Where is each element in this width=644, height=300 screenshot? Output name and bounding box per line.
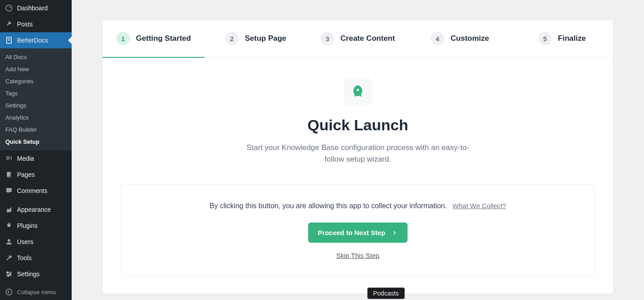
docs-icon xyxy=(4,36,13,45)
wizard-body: Quick Launch Start your Knowledge Base c… xyxy=(103,58,613,294)
collapse-icon xyxy=(4,287,13,296)
sidebar-item-label: Settings xyxy=(17,270,40,278)
submenu-item-all-docs[interactable]: All Docs xyxy=(0,51,72,63)
sidebar-item-label: BetterDocs xyxy=(17,37,48,44)
sidebar-item-dashboard[interactable]: Dashboard xyxy=(0,0,72,16)
step-label: Create Content xyxy=(340,34,395,43)
wizard-step-5[interactable]: 5Finalize xyxy=(511,20,613,58)
submenu-item-faq-builder[interactable]: FAQ Builder xyxy=(0,124,72,136)
step-number: 1 xyxy=(116,32,130,45)
sidebar-item-betterdocs[interactable]: BetterDocs xyxy=(0,32,72,48)
sidebar-item-plugins[interactable]: Plugins xyxy=(0,218,72,234)
svg-point-6 xyxy=(8,239,10,242)
submenu-item-add-new[interactable]: Add New xyxy=(0,63,72,75)
step-label: Customize xyxy=(451,34,489,43)
submenu-item-categories[interactable]: Categories xyxy=(0,75,72,87)
step-number: 4 xyxy=(431,32,444,45)
sidebar-item-appearance[interactable]: Appearance xyxy=(0,201,72,218)
sidebar-item-label: Users xyxy=(17,238,34,245)
sidebar-item-label: Comments xyxy=(17,187,47,194)
wizard-step-2[interactable]: 2Setup Page xyxy=(205,20,307,58)
consent-text: By clicking this button, you are allowin… xyxy=(210,202,447,210)
comments-icon xyxy=(4,186,13,195)
submenu-item-quick-setup[interactable]: Quick Setup xyxy=(0,136,72,148)
svg-point-13 xyxy=(6,289,12,295)
sidebar-item-label: Plugins xyxy=(17,222,38,229)
wizard-card: 1Getting Started2Setup Page3Create Conte… xyxy=(102,20,614,294)
plugins-icon xyxy=(4,221,13,230)
main-content: 1Getting Started2Setup Page3Create Conte… xyxy=(72,0,644,300)
wizard-step-3[interactable]: 3Create Content xyxy=(307,20,409,58)
pages-icon xyxy=(4,170,13,179)
submenu-item-analytics[interactable]: Analytics xyxy=(0,111,72,124)
step-number: 2 xyxy=(225,32,239,45)
wizard-subtitle: Start your Knowledge Base configuration … xyxy=(241,142,474,165)
chevron-right-icon xyxy=(391,230,398,236)
rocket-icon-box xyxy=(344,78,372,106)
admin-sidebar: DashboardPostsBetterDocs All DocsAdd New… xyxy=(0,0,72,300)
svg-point-14 xyxy=(356,89,359,91)
what-we-collect-link[interactable]: What We Collect? xyxy=(452,202,506,210)
step-label: Finalize xyxy=(558,34,586,43)
sidebar-item-label: Pages xyxy=(17,171,35,178)
wizard-step-1[interactable]: 1Getting Started xyxy=(103,20,205,58)
submenu-item-settings[interactable]: Settings xyxy=(0,99,72,111)
step-label: Getting Started xyxy=(136,34,191,43)
sidebar-item-label: Dashboard xyxy=(17,4,48,12)
sliders-icon xyxy=(4,270,13,279)
rocket-icon xyxy=(350,84,365,99)
svg-point-10 xyxy=(7,272,9,273)
betterdocs-submenu: All DocsAdd NewCategoriesTagsSettingsAna… xyxy=(0,48,72,150)
sidebar-item-label: Appearance xyxy=(17,206,51,213)
sidebar-item-label: Tools xyxy=(17,254,32,261)
tools-icon xyxy=(4,253,13,262)
wizard-step-4[interactable]: 4Customize xyxy=(409,20,511,58)
media-icon xyxy=(4,154,13,163)
proceed-label: Proceed to Next Step xyxy=(318,229,386,236)
wizard-title: Quick Launch xyxy=(120,116,595,134)
step-number: 3 xyxy=(321,32,334,45)
skip-step-link[interactable]: Skip This Step xyxy=(139,252,577,259)
collapse-label: Collapse menu xyxy=(17,289,56,296)
sidebar-item-posts[interactable]: Posts xyxy=(0,16,72,32)
users-icon xyxy=(4,237,13,246)
svg-point-11 xyxy=(10,274,11,275)
collapse-menu[interactable]: Collapse menu xyxy=(0,284,72,300)
wizard-steps: 1Getting Started2Setup Page3Create Conte… xyxy=(103,20,613,58)
dashboard-icon xyxy=(4,4,13,13)
sidebar-item-label: Posts xyxy=(17,21,33,28)
sidebar-item-tools[interactable]: Tools xyxy=(0,250,72,266)
appearance-icon xyxy=(4,205,13,214)
step-label: Setup Page xyxy=(245,34,287,43)
pin-icon xyxy=(4,20,13,29)
consent-box: By clicking this button, you are allowin… xyxy=(120,184,595,276)
sidebar-item-admin-settings[interactable]: Settings xyxy=(0,266,72,282)
sidebar-item-media[interactable]: Media xyxy=(0,150,72,167)
proceed-button[interactable]: Proceed to Next Step xyxy=(308,223,408,243)
submenu-item-tags[interactable]: Tags xyxy=(0,87,72,99)
sidebar-item-label: Media xyxy=(17,155,34,162)
step-number: 5 xyxy=(538,32,552,45)
sidebar-item-comments[interactable]: Comments xyxy=(0,183,72,199)
sidebar-item-users[interactable]: Users xyxy=(0,234,72,250)
sidebar-item-pages[interactable]: Pages xyxy=(0,167,72,183)
svg-point-12 xyxy=(8,275,9,276)
podcasts-tooltip: Podcasts xyxy=(367,287,405,299)
